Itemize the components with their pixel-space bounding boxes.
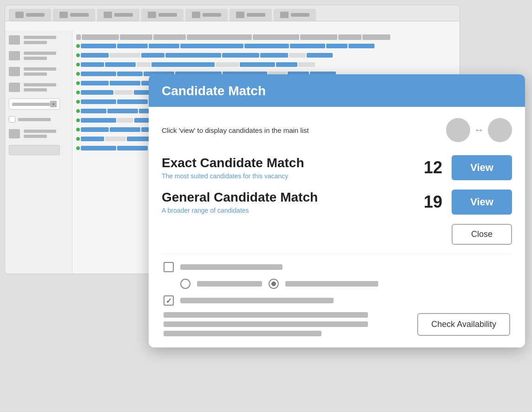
row-status-dot	[76, 53, 80, 57]
cell	[348, 44, 374, 48]
cell	[81, 137, 104, 141]
exact-match-view-button[interactable]: View	[452, 155, 512, 180]
row-status-dot	[76, 128, 80, 131]
sb-icon-2	[9, 51, 20, 60]
cell	[105, 62, 136, 67]
form-radio-2[interactable]	[269, 279, 279, 289]
sb-icon-4	[9, 83, 20, 92]
row-status-dot	[76, 81, 80, 85]
sidebar-item-1	[9, 35, 68, 45]
cell	[81, 81, 109, 85]
sb-line	[24, 135, 47, 138]
modal-instruction-text: Click 'view' to display candidates in th…	[162, 126, 309, 134]
cell	[117, 146, 148, 150]
cell	[110, 81, 140, 85]
exact-match-title: Exact Candidate Match	[162, 156, 410, 170]
exact-match-count: 12	[419, 158, 442, 177]
tab-3[interactable]	[97, 9, 139, 21]
sb-icon-3	[9, 67, 20, 76]
tab-icon-3	[104, 12, 112, 18]
sb-line	[24, 88, 47, 92]
text-lines-block	[164, 312, 399, 336]
row-status-dot	[76, 109, 80, 113]
tab-5[interactable]	[185, 9, 228, 21]
cell	[222, 53, 259, 58]
sidebar-item-4	[9, 83, 68, 92]
text-line-2	[164, 321, 368, 327]
th-col-8	[362, 34, 390, 40]
cell	[114, 90, 133, 95]
table-row	[76, 60, 456, 69]
cell	[117, 118, 133, 123]
swap-arrow-icon: ↔	[474, 124, 484, 136]
general-match-subtitle: A broader range of candidates	[162, 207, 410, 214]
close-button[interactable]: Close	[452, 224, 512, 245]
tab-label-7	[291, 13, 309, 17]
cell	[81, 44, 116, 48]
cell	[107, 109, 138, 113]
sidebar-item-5	[9, 129, 68, 138]
tab-label-6	[247, 13, 265, 17]
cell	[244, 44, 289, 48]
cell	[290, 44, 325, 48]
row-status-dot	[76, 63, 80, 66]
form-label-2	[180, 298, 334, 303]
check-availability-button[interactable]: Check Availability	[417, 313, 510, 336]
sb-line	[24, 41, 47, 44]
radio-label-1	[197, 281, 262, 287]
sb-line	[24, 83, 56, 86]
form-radio-1[interactable]	[180, 279, 190, 289]
exact-match-row: Exact Candidate Match The most suited ca…	[162, 155, 512, 180]
avatar-right	[488, 118, 512, 142]
cell	[117, 72, 143, 76]
sidebar-input[interactable]	[9, 145, 60, 155]
cell	[110, 53, 140, 58]
cell	[81, 146, 116, 150]
tab-label-3	[114, 13, 133, 17]
general-match-row: General Candidate Match A broader range …	[162, 190, 512, 215]
form-checkbox-2[interactable]: ✓	[164, 295, 174, 306]
cell	[216, 62, 239, 67]
cell	[141, 53, 164, 58]
bottom-row: Check Availability	[164, 312, 510, 336]
form-checkbox-1[interactable]	[164, 262, 174, 272]
checkbox-icon[interactable]	[9, 116, 15, 123]
general-match-view-button[interactable]: View	[452, 190, 512, 215]
tab-icon-7	[280, 12, 289, 18]
tab-7[interactable]	[274, 9, 316, 21]
th-col-7	[338, 34, 361, 40]
exact-match-label-block: Exact Candidate Match The most suited ca…	[162, 156, 410, 180]
table-row	[76, 42, 456, 50]
sb-line	[24, 52, 56, 55]
radio-label-2	[285, 281, 378, 287]
th-col-2	[120, 34, 152, 40]
sb-line	[24, 72, 47, 76]
close-row: Close	[162, 224, 512, 245]
form-label-1	[180, 264, 282, 270]
table-header	[76, 34, 456, 40]
tab-label-4	[158, 13, 177, 17]
sb-icon-5	[9, 129, 20, 138]
cell	[117, 44, 148, 48]
cell	[81, 99, 116, 104]
sidebar-item-3	[9, 67, 68, 76]
sb-lines-1	[24, 36, 56, 44]
avatar-left	[446, 118, 470, 142]
general-match-label-block: General Candidate Match A broader range …	[162, 190, 410, 214]
cell	[260, 53, 288, 58]
cell	[276, 62, 297, 67]
dropdown-line	[12, 103, 50, 106]
sb-line	[24, 67, 56, 71]
tab-6[interactable]	[230, 9, 272, 21]
tab-label-5	[203, 13, 221, 17]
tab-1[interactable]	[9, 9, 51, 21]
tab-icon-4	[148, 12, 156, 18]
table-row	[76, 51, 456, 59]
tab-bar	[5, 5, 460, 21]
form-radio-row	[164, 279, 510, 289]
sidebar-dropdown[interactable]: ▾	[9, 98, 60, 110]
th-col-5	[253, 34, 299, 40]
tab-2[interactable]	[53, 9, 95, 21]
tab-4[interactable]	[141, 9, 184, 21]
checkbox-label	[18, 118, 51, 121]
